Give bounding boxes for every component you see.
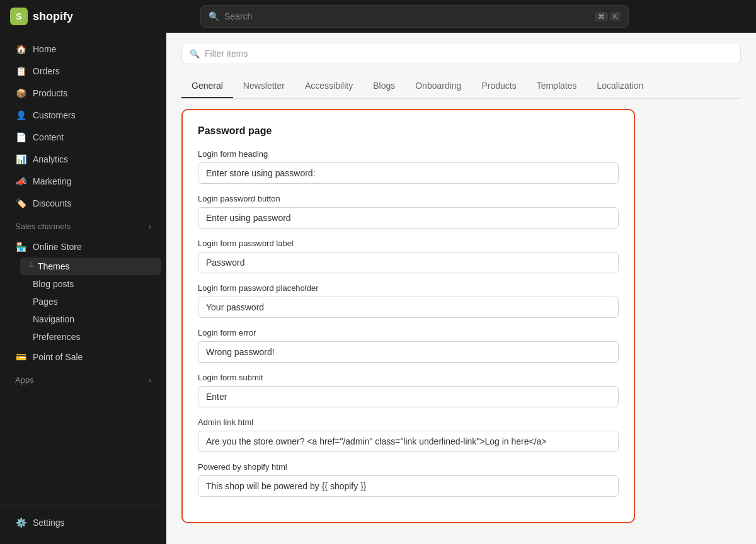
analytics-icon: 📊 [15, 154, 26, 165]
topbar: S shopify 🔍 ⌘ K [0, 0, 756, 33]
filter-input[interactable] [205, 48, 733, 59]
input-login-form-error[interactable] [198, 341, 619, 363]
sidebar-item-orders-label: Orders [33, 66, 60, 76]
sidebar-item-marketing[interactable]: 📣 Marketing [5, 171, 161, 192]
sidebar-item-discounts[interactable]: 🏷️ Discounts [5, 193, 161, 214]
sidebar-item-analytics-label: Analytics [33, 154, 68, 164]
apps-header[interactable]: Apps › [5, 370, 161, 390]
tab-blogs[interactable]: Blogs [363, 74, 405, 98]
logo-icon: S [10, 8, 28, 25]
sidebar-item-customers-label: Customers [33, 110, 76, 120]
sidebar-item-content[interactable]: 📄 Content [5, 127, 161, 148]
online-store-icon: 🏪 [15, 241, 26, 252]
search-kbd: ⌘ K [595, 12, 621, 21]
apps-label: Apps [15, 375, 34, 385]
settings-label: Settings [33, 518, 65, 528]
tab-templates[interactable]: Templates [527, 74, 587, 98]
tab-products[interactable]: Products [471, 74, 526, 98]
search-bar: 🔍 ⌘ K [200, 5, 629, 28]
input-login-form-password-label[interactable] [198, 252, 619, 273]
preferences-label: Preferences [33, 332, 80, 342]
blog-posts-label: Blog posts [33, 279, 74, 289]
indent-icon: └ [28, 261, 34, 271]
filter-search-icon: 🔍 [190, 49, 200, 59]
logo-text: shopify [33, 10, 73, 23]
sidebar-item-themes[interactable]: └ Themes [20, 258, 161, 275]
sidebar-item-preferences[interactable]: Preferences [25, 328, 161, 346]
field-powered-by-shopify-html: Powered by shopify html [198, 462, 619, 497]
sidebar-item-analytics[interactable]: 📊 Analytics [5, 149, 161, 170]
logo: S shopify [10, 8, 73, 25]
tab-localization[interactable]: Localization [587, 74, 653, 98]
sidebar-bottom: ⚙️ Settings [0, 506, 166, 544]
field-login-form-heading: Login form heading [198, 149, 619, 184]
input-admin-link-html[interactable] [198, 431, 619, 452]
home-icon: 🏠 [15, 43, 26, 55]
filter-bar: 🔍 [181, 43, 741, 64]
sidebar-item-orders[interactable]: 📋 Orders [5, 60, 161, 82]
tab-bar: General Newsletter Accessibility Blogs O… [181, 74, 741, 99]
sidebar-item-products[interactable]: 📦 Products [5, 82, 161, 104]
field-login-password-button: Login password button [198, 194, 619, 229]
discounts-icon: 🏷️ [15, 198, 26, 209]
tab-general[interactable]: General [181, 74, 233, 98]
sidebar-item-home-label: Home [33, 44, 56, 54]
tab-onboarding[interactable]: Onboarding [405, 74, 471, 98]
label-login-form-error: Login form error [198, 328, 619, 337]
layout: 🏠 Home 📋 Orders 📦 Products 👤 Customers 📄… [0, 33, 756, 544]
sidebar-item-navigation[interactable]: Navigation [25, 310, 161, 328]
label-login-password-button: Login password button [198, 194, 619, 203]
apps-chevron-icon: › [149, 376, 151, 385]
settings-icon: ⚙️ [15, 517, 26, 528]
sidebar-item-settings[interactable]: ⚙️ Settings [5, 512, 161, 533]
point-of-sale-label: Point of Sale [33, 352, 83, 362]
sidebar-item-blog-posts[interactable]: Blog posts [25, 275, 161, 293]
search-input[interactable] [224, 11, 590, 21]
input-login-password-button[interactable] [198, 207, 619, 229]
products-icon: 📦 [15, 88, 26, 99]
sidebar-item-home[interactable]: 🏠 Home [5, 38, 161, 60]
tab-newsletter[interactable]: Newsletter [233, 74, 295, 98]
marketing-icon: 📣 [15, 176, 26, 187]
sidebar-item-marketing-label: Marketing [33, 176, 71, 186]
content-icon: 📄 [15, 132, 26, 143]
input-login-form-submit[interactable] [198, 386, 619, 407]
pages-label: Pages [33, 297, 58, 307]
input-login-form-password-placeholder[interactable] [198, 297, 619, 318]
field-login-form-submit: Login form submit [198, 373, 619, 407]
input-powered-by-shopify-html[interactable] [198, 475, 619, 497]
online-store-label: Online Store [33, 242, 82, 252]
sidebar-nav: 🏠 Home 📋 Orders 📦 Products 👤 Customers 📄… [0, 33, 166, 506]
label-login-form-submit: Login form submit [198, 373, 619, 382]
tabs-section: 6 General Newsletter Accessibility Blogs… [181, 74, 741, 99]
label-powered-by-shopify-html: Powered by shopify html [198, 462, 619, 472]
badge-number: 6 [166, 71, 167, 93]
main-content: 🔍 6 General Newsletter Accessibility Blo… [166, 33, 756, 544]
navigation-label: Navigation [33, 314, 74, 324]
label-login-form-heading: Login form heading [198, 149, 619, 159]
sidebar-item-pages[interactable]: Pages [25, 293, 161, 310]
sales-channels-header[interactable]: Sales channels › [5, 217, 161, 236]
pos-icon: 💳 [15, 351, 26, 363]
input-login-form-heading[interactable] [198, 162, 619, 184]
sales-channels-label: Sales channels [15, 222, 71, 231]
label-admin-link-html: Admin link html [198, 417, 619, 427]
sidebar-item-products-label: Products [33, 88, 67, 98]
sidebar-item-online-store[interactable]: 🏪 Online Store [5, 237, 161, 257]
customers-icon: 👤 [15, 110, 26, 121]
field-login-form-error: Login form error [198, 328, 619, 363]
themes-label: Themes [38, 261, 70, 271]
label-login-form-password-label: Login form password label [198, 239, 619, 248]
label-login-form-password-placeholder: Login form password placeholder [198, 283, 619, 293]
field-login-form-password-placeholder: Login form password placeholder [198, 283, 619, 318]
chevron-right-icon: › [149, 222, 151, 231]
themes-group: └ Themes Blog posts Pages Navigation Pre… [20, 258, 161, 346]
search-icon: 🔍 [209, 11, 219, 21]
sidebar-item-customers[interactable]: 👤 Customers [5, 105, 161, 126]
sidebar-item-point-of-sale[interactable]: 💳 Point of Sale [5, 346, 161, 368]
field-admin-link-html: Admin link html [198, 417, 619, 452]
k-key: K [610, 12, 621, 21]
tab-accessibility[interactable]: Accessibility [295, 74, 363, 98]
orders-icon: 📋 [15, 65, 26, 77]
sidebar-item-discounts-label: Discounts [33, 198, 71, 208]
